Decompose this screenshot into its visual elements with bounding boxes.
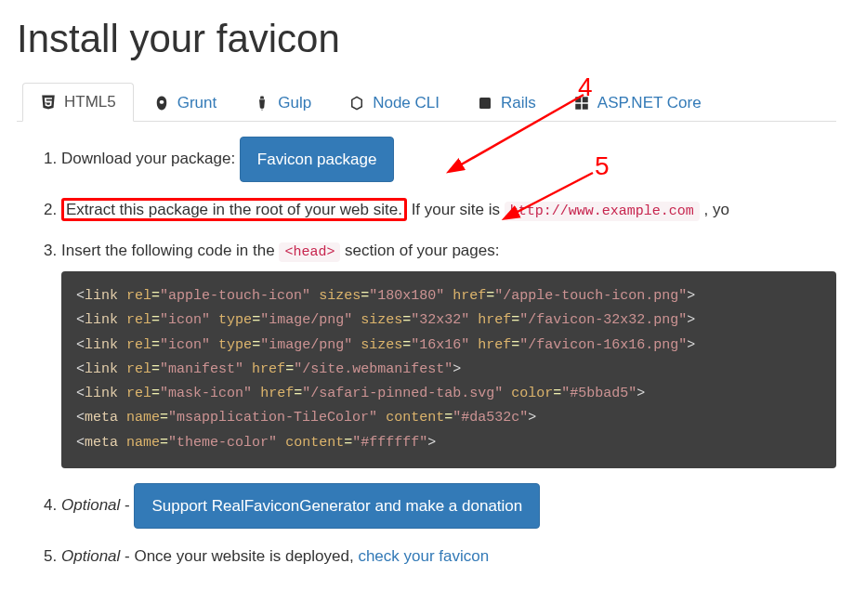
tab-label: Grunt (177, 94, 217, 112)
install-steps: Download your package: Favicon package E… (17, 137, 836, 569)
head-tag-code: <head> (279, 242, 340, 262)
html5-icon (40, 94, 57, 111)
check-favicon-link[interactable]: check your favicon (358, 547, 489, 565)
tabs-nav: HTML5 Grunt Gulp Node CLI Rails ASP.NET … (17, 82, 836, 122)
grunt-icon (153, 95, 170, 111)
step-2: Extract this package in the root of your… (61, 197, 836, 223)
head-code-block[interactable]: <link rel="apple-touch-icon" sizes="180x… (61, 271, 836, 468)
download-favicon-package-button[interactable]: Favicon package (240, 137, 395, 182)
tab-label: ASP.NET Core (597, 94, 702, 112)
step-5-text: Once your website is deployed, (134, 547, 358, 565)
highlight-extract-root: Extract this package in the root of your… (61, 198, 407, 221)
svg-rect-4 (583, 103, 588, 109)
rails-icon (477, 95, 493, 111)
step-3-prefix: Insert the following code in the (61, 242, 279, 259)
gulp-icon (254, 95, 270, 111)
example-url-code: http://www.example.com (505, 202, 700, 221)
svg-rect-0 (479, 98, 491, 109)
step-1-text: Download your package: (61, 150, 240, 167)
optional-label: Optional (61, 496, 120, 514)
dash: - (120, 496, 134, 514)
tab-node-cli[interactable]: Node CLI (331, 83, 457, 122)
tab-label: Gulp (278, 94, 311, 112)
step-3-suffix: section of your pages: (340, 242, 499, 259)
dash: - (120, 547, 134, 565)
optional-label: Optional (61, 547, 120, 565)
step-2-tail: , yo (700, 201, 729, 218)
nodejs-icon (348, 95, 365, 111)
tab-label: Node CLI (373, 94, 440, 112)
tab-rails[interactable]: Rails (459, 83, 554, 122)
tab-html5[interactable]: HTML5 (22, 83, 134, 122)
svg-rect-1 (575, 97, 581, 102)
step-4: Optional - Support RealFaviconGenerator … (61, 483, 836, 529)
step-3: Insert the following code in the <head> … (61, 238, 836, 468)
svg-rect-3 (575, 103, 581, 109)
step-1: Download your package: Favicon package (61, 137, 836, 182)
step-2-after: If your site is (407, 201, 505, 218)
tab-label: HTML5 (64, 93, 116, 111)
svg-rect-2 (583, 97, 588, 102)
tab-aspnet-core[interactable]: ASP.NET Core (556, 83, 719, 122)
step-5: Optional - Once your website is deployed… (61, 544, 836, 569)
donate-button[interactable]: Support RealFaviconGenerator and make a … (134, 483, 540, 529)
tab-gulp[interactable]: Gulp (236, 83, 329, 122)
page-title: Install your favicon (17, 17, 836, 61)
aspnet-icon (573, 95, 590, 111)
tab-label: Rails (501, 94, 536, 112)
tab-grunt[interactable]: Grunt (136, 83, 235, 122)
